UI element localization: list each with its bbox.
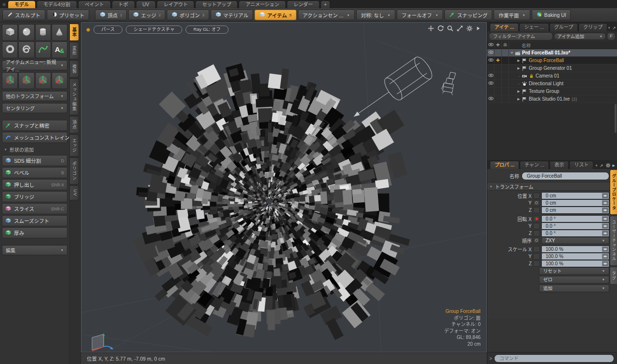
tool-slice[interactable]: スライスShift-C	[2, 203, 67, 214]
mode-edge-button[interactable]: エッジ2	[128, 10, 165, 20]
mode-material-button[interactable]: マテリアル	[211, 10, 253, 20]
channel-toggle[interactable]	[533, 230, 540, 236]
baking-ui-button[interactable]: Baking UI	[532, 10, 571, 20]
raygl-button[interactable]: Ray GL: オフ	[186, 26, 228, 34]
primitive-cylinder-button[interactable]	[35, 24, 51, 41]
pan-icon[interactable]	[428, 25, 434, 32]
category-tab-duplicate[interactable]: 複製	[70, 60, 79, 78]
channel-toggle[interactable]	[533, 260, 540, 267]
view-mode-button[interactable]: パース	[94, 26, 122, 34]
rotation-z-input[interactable]: 0.0 °◀▶	[541, 230, 609, 237]
tab-clips[interactable]: クリップ	[578, 23, 607, 31]
primitive-torus-button[interactable]	[2, 41, 18, 58]
position-z-input[interactable]: 0 cm◀▶	[541, 207, 609, 214]
command-input[interactable]	[494, 354, 614, 363]
tab-render[interactable]: レンダー	[287, 0, 320, 8]
name-column-header[interactable]: 名称	[509, 42, 531, 49]
tab-items[interactable]: アイテ ...	[490, 23, 519, 31]
action-center-dropdown[interactable]: アクションセン ...▼	[298, 10, 355, 20]
item-list-scrollbar[interactable]	[615, 104, 617, 133]
expand-arrow-icon[interactable]: ▼	[509, 51, 515, 54]
category-tab-mesh-edit[interactable]: メッシュ編集	[70, 78, 79, 115]
primitive-helix-button[interactable]	[18, 41, 34, 58]
scale-y-input[interactable]: 100.0 %◀▶	[541, 253, 609, 260]
category-tab-vertex[interactable]: 頂点	[70, 116, 79, 133]
viewport-scene-canvas[interactable]	[81, 23, 486, 352]
other-transform-dropdown[interactable]: 他のトランスフォーム▼	[2, 91, 67, 101]
text-tool-button[interactable]: A&	[52, 41, 67, 58]
vtab-tags[interactable]: タグ	[610, 267, 617, 285]
tab-uv[interactable]: UV	[136, 0, 156, 8]
channel-toggle[interactable]	[533, 253, 540, 260]
category-tab-basic[interactable]: 基本	[70, 24, 79, 41]
spinner-icon[interactable]: ◀▶	[602, 261, 608, 266]
add-tab-button[interactable]: +	[608, 26, 610, 30]
tab-topo[interactable]: トポ	[112, 0, 135, 8]
spinner-icon[interactable]: ◀▶	[602, 216, 608, 221]
channel-toggle[interactable]	[533, 207, 540, 213]
expand-arrow-icon[interactable]: ▶	[516, 97, 522, 101]
vtab-group-locator[interactable]: グループロケータ	[610, 169, 617, 215]
viewport-menu-arrow-icon[interactable]	[476, 26, 481, 31]
category-tab-polygon[interactable]: ポリゴン	[70, 157, 79, 184]
scale-x-input[interactable]: 100.0 %◀▶	[541, 246, 609, 253]
tab-animation[interactable]: アニメーション	[239, 0, 286, 8]
item-row-camera[interactable]: → Camera 01	[487, 72, 617, 80]
spinner-icon[interactable]: ◀▶	[602, 254, 608, 259]
mode-polygon-button[interactable]: ポリゴン3	[167, 10, 209, 20]
expand-panel-icon[interactable]: ↗	[600, 163, 604, 168]
category-tab-uv[interactable]: UV	[70, 185, 79, 200]
viewport-rotate-handle-icon[interactable]	[86, 28, 90, 32]
mesh-constraint-button[interactable]: メッシュコンストレイント	[2, 132, 67, 143]
preset-button[interactable]: プリセット	[47, 10, 90, 20]
eye-icon[interactable]	[488, 73, 494, 79]
rotation-y-input[interactable]: 0.0 °◀▶	[541, 222, 609, 230]
item-row-texture-group[interactable]: ▶ Texture Group	[487, 88, 617, 95]
tab-setup[interactable]: セットアップ	[195, 0, 238, 8]
channel-toggle[interactable]	[533, 200, 540, 206]
maximize-icon[interactable]	[456, 25, 463, 32]
curve-tool-button[interactable]	[35, 41, 51, 58]
zoom-icon[interactable]	[447, 25, 454, 32]
viewport-3d[interactable]: パース シェードテクスチャ Ray GL: オフ Group ForceBall…	[81, 22, 487, 352]
tool-sds-subdivide[interactable]: SDS 細分割D	[2, 155, 67, 166]
eye-icon[interactable]	[488, 50, 494, 56]
tab-channels[interactable]: チャン ...	[520, 161, 549, 169]
tab-shader[interactable]: シェー ...	[519, 23, 549, 31]
category-tab-edge[interactable]: エッジ	[70, 134, 79, 156]
channel-toggle[interactable]	[533, 246, 540, 252]
add-layout-tab-button[interactable]: +	[321, 0, 330, 8]
tab-groups[interactable]: グループ	[550, 23, 578, 31]
tab-layout[interactable]: レイアウト	[157, 0, 194, 8]
spinner-icon[interactable]: ◀▶	[602, 231, 608, 236]
rotation-order-dropdown[interactable]: ZXY▼	[541, 237, 609, 244]
snap-precision-button[interactable]: スナップと精密	[2, 120, 67, 131]
tool-extrude[interactable]: 押し出しShift-X	[2, 179, 67, 190]
shading-mode-button[interactable]: シェードテクスチャ	[126, 26, 182, 34]
work-plane-dropdown[interactable]: 作業平面▼	[494, 10, 530, 20]
spinner-icon[interactable]: ◀▶	[602, 193, 608, 198]
rotate-tool-button[interactable]	[35, 72, 51, 89]
spinner-icon[interactable]: ◀▶	[602, 200, 608, 206]
panel-gear-icon[interactable]	[605, 163, 611, 168]
panel-menu-arrow-icon[interactable]: ▶	[613, 164, 615, 168]
vtab-user-channels[interactable]: ユーザーチャンネル	[610, 216, 617, 266]
spinner-icon[interactable]: ◀▶	[602, 223, 608, 229]
channel-toggle-keyed[interactable]	[533, 216, 540, 222]
primitive-cone-button[interactable]	[52, 24, 67, 41]
item-filter-field[interactable]: フィルター:アイテム	[489, 32, 553, 40]
filter-f-button[interactable]: F	[607, 32, 616, 40]
category-tab-deform[interactable]: 変形	[70, 42, 79, 59]
item-row-group-forceball[interactable]: ▶ Group ForceBall	[487, 57, 617, 65]
symmetry-dropdown[interactable]: 対称: なし▼	[356, 10, 395, 20]
eye-icon[interactable]	[488, 96, 494, 102]
item-row-scene[interactable]: ▼ Prd ForceBall 01.lxo*	[487, 49, 617, 57]
add-item-dropdown[interactable]: アイテム追加▼	[554, 33, 606, 40]
add-plus-icon[interactable]	[496, 58, 500, 64]
primitive-sphere-button[interactable]	[18, 24, 34, 41]
tab-display[interactable]: 表示	[550, 161, 569, 169]
position-x-input[interactable]: 0 cm◀▶	[541, 192, 609, 199]
item-menu-dropdown[interactable]: アイテムメニュー: 新規アイ...▼	[2, 60, 67, 70]
app-icon[interactable]	[2, 2, 6, 7]
item-row-group-generator[interactable]: ▶ Group Generator 01	[487, 65, 617, 72]
